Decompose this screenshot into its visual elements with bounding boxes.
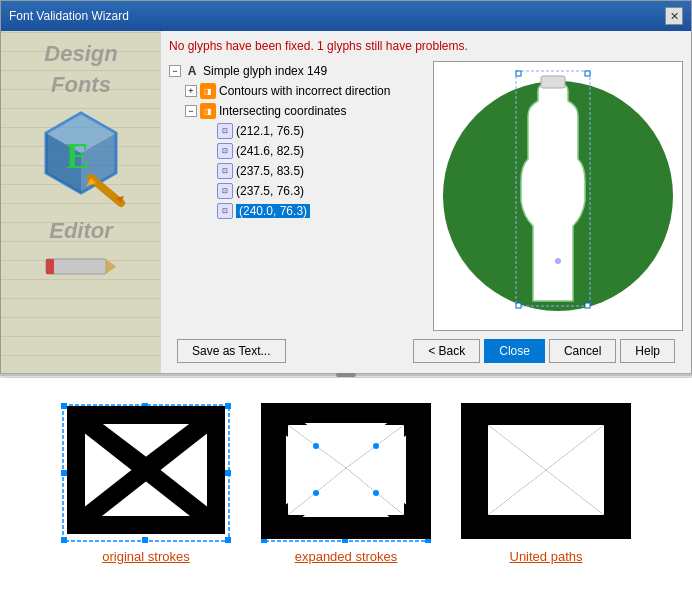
svg-rect-23 — [61, 537, 67, 543]
pencil-decoration — [41, 249, 121, 289]
tree-label-coord2: (241.6, 82.5) — [236, 144, 304, 158]
tree-item-root[interactable]: − A Simple glyph index 149 — [169, 61, 425, 81]
tree-item-contours[interactable]: + ◨ Contours with incorrect direction — [169, 81, 425, 101]
tree-item-coord5[interactable]: ⊡ (240.0, 76.3) — [169, 201, 425, 221]
back-button[interactable]: < Back — [413, 339, 480, 363]
tree-icon-coord5: ⊡ — [217, 203, 233, 219]
tree-icon-coord4: ⊡ — [217, 183, 233, 199]
title-bar: Font Validation Wizard ✕ — [1, 1, 691, 31]
tree-label-coord4: (237.5, 76.3) — [236, 184, 304, 198]
tree-icon-coord1: ⊡ — [217, 123, 233, 139]
tree-label-coord5: (240.0, 76.3) — [236, 204, 310, 218]
glyph-item-united: United paths — [461, 403, 631, 564]
tree-icon-contours: ◨ — [200, 83, 216, 99]
panel-divider[interactable] — [0, 373, 692, 377]
tree-item-coord3[interactable]: ⊡ (237.5, 83.5) — [169, 161, 425, 181]
save-as-text-button[interactable]: Save as Text... — [177, 339, 286, 363]
tree-label-contours: Contours with incorrect direction — [219, 84, 390, 98]
sidebar-text-design: Design — [44, 41, 117, 67]
tree-panel: − A Simple glyph index 149 + ◨ Contours … — [169, 61, 425, 331]
tree-item-coord1[interactable]: ⊡ (212.1, 76.5) — [169, 121, 425, 141]
sidebar-text-fonts: Fonts — [51, 72, 111, 98]
svg-rect-15 — [516, 71, 521, 76]
tree-label-coord1: (212.1, 76.5) — [236, 124, 304, 138]
svg-rect-26 — [61, 470, 67, 476]
svg-rect-18 — [585, 303, 590, 308]
glyph-item-expanded: expanded strokes — [261, 403, 431, 564]
tree-icon-coord2: ⊡ — [217, 143, 233, 159]
font-validation-dialog: Font Validation Wizard ✕ Design Fonts — [0, 0, 692, 375]
svg-rect-21 — [61, 403, 67, 409]
envelope-expanded — [261, 403, 431, 543]
cancel-button[interactable]: Cancel — [549, 339, 616, 363]
svg-rect-22 — [225, 403, 231, 409]
svg-rect-11 — [46, 259, 54, 274]
dialog-body: Design Fonts E — [1, 31, 691, 374]
svg-point-56 — [373, 443, 379, 449]
svg-rect-24 — [225, 537, 231, 543]
tree-icon-coord3: ⊡ — [217, 163, 233, 179]
tree-label-intersecting: Intersecting coordinates — [219, 104, 346, 118]
preview-panel — [433, 61, 683, 331]
svg-rect-17 — [516, 303, 521, 308]
tree-expand-contours[interactable]: + — [185, 85, 197, 97]
close-button[interactable]: ✕ — [665, 7, 683, 25]
svg-line-5 — [91, 178, 121, 203]
envelope-original — [61, 403, 231, 543]
svg-rect-16 — [585, 71, 590, 76]
content-area: − A Simple glyph index 149 + ◨ Contours … — [169, 61, 683, 331]
svg-rect-27 — [225, 470, 231, 476]
svg-point-57 — [313, 490, 319, 496]
bottle-preview — [438, 61, 678, 331]
glyph-label-original[interactable]: original strokes — [102, 549, 189, 564]
svg-point-19 — [555, 258, 561, 264]
logo-icon: E — [31, 108, 131, 208]
svg-text:E: E — [66, 137, 89, 176]
tree-label-root: Simple glyph index 149 — [203, 64, 327, 78]
tree-icon-intersecting: ◨ — [200, 103, 216, 119]
sidebar-logo: Design Fonts E — [1, 31, 161, 374]
svg-point-58 — [373, 490, 379, 496]
envelope-united — [461, 403, 631, 543]
tree-icon-a: A — [184, 63, 200, 79]
main-content: No glyphs have been fixed. 1 glyphs stil… — [161, 31, 691, 374]
svg-rect-28 — [142, 537, 148, 543]
svg-marker-9 — [106, 259, 116, 274]
nav-buttons: < Back Close Cancel Help — [413, 339, 675, 363]
tree-expand-intersecting[interactable]: − — [185, 105, 197, 117]
tree-item-intersecting[interactable]: − ◨ Intersecting coordinates — [169, 101, 425, 121]
close-dialog-button[interactable]: Close — [484, 339, 545, 363]
tree-item-coord4[interactable]: ⊡ (237.5, 76.3) — [169, 181, 425, 201]
preview-inner — [434, 62, 682, 330]
glyph-examples: original strokes — [51, 393, 641, 574]
glyph-label-united[interactable]: United paths — [510, 549, 583, 564]
svg-point-55 — [313, 443, 319, 449]
divider-handle — [336, 373, 356, 377]
tree-item-coord2[interactable]: ⊡ (241.6, 82.5) — [169, 141, 425, 161]
dialog-title: Font Validation Wizard — [9, 9, 129, 23]
glyph-label-expanded[interactable]: expanded strokes — [295, 549, 398, 564]
tree-expand-root[interactable]: − — [169, 65, 181, 77]
svg-rect-13 — [541, 76, 565, 88]
glyph-item-original: original strokes — [61, 403, 231, 564]
bottom-section: original strokes — [0, 378, 692, 589]
tree-label-coord3: (237.5, 83.5) — [236, 164, 304, 178]
status-text: No glyphs have been fixed. 1 glyphs stil… — [169, 39, 683, 53]
svg-rect-8 — [46, 259, 106, 274]
sidebar-text-editor: Editor — [49, 218, 113, 244]
sidebar-content: Design Fonts E — [1, 31, 161, 299]
dialog-buttons-row: Save as Text... < Back Close Cancel Help — [169, 331, 683, 367]
help-button[interactable]: Help — [620, 339, 675, 363]
